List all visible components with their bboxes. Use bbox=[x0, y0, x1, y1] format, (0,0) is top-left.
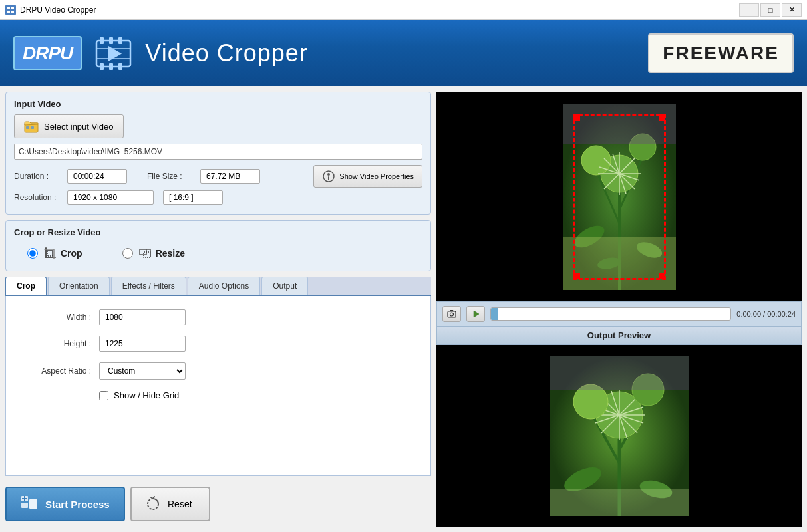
aspect-ratio-row: Aspect Ratio : Custom 16:9 4:3 1:1 9:16 bbox=[19, 362, 417, 380]
svg-rect-48 bbox=[563, 104, 676, 144]
video-info-row-2: Resolution : 1920 x 1080 [ 16:9 ] bbox=[14, 190, 422, 205]
camera-icon bbox=[447, 309, 456, 319]
crop-icon bbox=[43, 247, 57, 260]
svg-rect-1 bbox=[11, 7, 14, 9]
svg-point-18 bbox=[327, 173, 330, 176]
app-title: Video Cropper bbox=[145, 39, 635, 67]
resize-option[interactable]: Resize bbox=[122, 247, 185, 260]
input-video-title: Input Video bbox=[14, 99, 422, 109]
close-button[interactable]: ✕ bbox=[782, 3, 802, 17]
tab-effects[interactable]: Effects / Filters bbox=[111, 277, 186, 295]
app-icon bbox=[5, 5, 16, 15]
show-hide-grid-checkbox[interactable] bbox=[99, 391, 108, 400]
svg-rect-76 bbox=[550, 356, 689, 390]
start-process-button[interactable]: Start Process bbox=[5, 487, 125, 521]
maximize-button[interactable]: □ bbox=[760, 3, 780, 17]
reset-label: Reset bbox=[168, 499, 192, 509]
titlebar: DRPU Video Cropper — □ ✕ bbox=[0, 0, 807, 20]
aspect-ratio-label: Aspect Ratio : bbox=[19, 366, 99, 376]
resize-radio[interactable] bbox=[122, 248, 133, 259]
height-label: Height : bbox=[19, 339, 99, 348]
tab-orientation[interactable]: Orientation bbox=[48, 277, 110, 295]
svg-rect-24 bbox=[21, 503, 28, 508]
resize-icon bbox=[138, 247, 152, 260]
svg-point-51 bbox=[450, 313, 454, 316]
app-header: DRPU Video Cropper FREEWARE bbox=[0, 20, 807, 86]
minimize-button[interactable]: — bbox=[739, 3, 759, 17]
video-frame bbox=[563, 104, 676, 290]
video-frame-inner bbox=[563, 104, 676, 290]
bottom-buttons: Start Process Reset bbox=[5, 481, 431, 527]
height-input[interactable] bbox=[99, 336, 186, 352]
freeware-badge: FREEWARE bbox=[648, 33, 794, 73]
aspect-ratio-select[interactable]: Custom 16:9 4:3 1:1 9:16 bbox=[99, 362, 186, 380]
resize-label: Resize bbox=[138, 247, 185, 260]
filesize-value: 67.72 MB bbox=[200, 169, 260, 184]
play-button[interactable] bbox=[466, 306, 485, 322]
reset-button[interactable]: Reset bbox=[130, 487, 210, 521]
svg-rect-0 bbox=[7, 7, 10, 9]
time-display: 0:00:00 / 00:00:24 bbox=[736, 310, 796, 318]
width-input[interactable] bbox=[99, 309, 186, 325]
svg-rect-3 bbox=[11, 11, 14, 13]
width-label: Width : bbox=[19, 313, 99, 322]
width-row: Width : bbox=[19, 309, 417, 325]
show-hide-grid-label: Show / Hide Grid bbox=[114, 390, 179, 400]
svg-rect-21 bbox=[140, 249, 146, 255]
svg-rect-20 bbox=[47, 251, 53, 256]
resolution-value: 1920 x 1080 bbox=[67, 190, 154, 205]
select-video-button[interactable]: Select input Video bbox=[14, 114, 124, 138]
folder-icon bbox=[24, 119, 39, 134]
svg-rect-10 bbox=[118, 63, 122, 70]
right-panel: 0:00:00 / 00:00:24 Output Preview bbox=[436, 92, 802, 527]
main-content: Input Video Select input Video Duration … bbox=[0, 86, 807, 532]
tabs-header: Crop Orientation Effects / Filters Audio… bbox=[5, 277, 431, 296]
properties-icon bbox=[322, 170, 335, 183]
progress-bar[interactable] bbox=[490, 307, 731, 321]
resolution-label: Resolution : bbox=[14, 193, 61, 202]
show-properties-button[interactable]: Show Video Properties bbox=[313, 165, 422, 188]
tab-crop[interactable]: Crop bbox=[5, 277, 47, 295]
svg-rect-6 bbox=[109, 37, 113, 44]
crop-option[interactable]: Crop bbox=[27, 247, 82, 260]
svg-rect-9 bbox=[109, 63, 113, 70]
play-icon bbox=[471, 309, 480, 319]
video-preview-top bbox=[436, 92, 802, 301]
start-process-label: Start Process bbox=[45, 499, 110, 510]
crop-resize-section: Crop or Resize Video Crop bbox=[5, 220, 431, 271]
svg-marker-52 bbox=[474, 311, 479, 317]
snapshot-button[interactable] bbox=[442, 306, 461, 322]
duration-label: Duration : bbox=[14, 172, 61, 181]
start-process-icon bbox=[20, 495, 39, 513]
titlebar-left: DRPU Video Cropper bbox=[5, 5, 96, 15]
crop-resize-radio-group: Crop Resize bbox=[14, 243, 422, 264]
tab-content-crop: Width : Height : Aspect Ratio : Custom 1… bbox=[5, 296, 431, 476]
reset-icon bbox=[145, 496, 161, 512]
header-icon-area bbox=[95, 35, 132, 72]
video-info-row-1: Duration : 00:00:24 File Size : 67.72 MB… bbox=[14, 165, 422, 188]
crop-radio[interactable] bbox=[27, 248, 38, 259]
progress-fill bbox=[491, 308, 498, 320]
drpu-logo: DRPU bbox=[13, 36, 82, 70]
svg-rect-50 bbox=[448, 311, 456, 317]
titlebar-controls: — □ ✕ bbox=[739, 3, 802, 17]
svg-rect-25 bbox=[29, 499, 37, 509]
tabs-container: Crop Orientation Effects / Filters Audio… bbox=[5, 277, 431, 476]
svg-rect-19 bbox=[328, 176, 329, 180]
svg-rect-16 bbox=[31, 126, 34, 129]
crop-resize-title: Crop or Resize Video bbox=[14, 227, 422, 237]
plant-preview-svg bbox=[563, 104, 676, 290]
show-grid-row: Show / Hide Grid bbox=[99, 390, 417, 400]
tab-audio[interactable]: Audio Options bbox=[188, 277, 260, 295]
svg-rect-5 bbox=[100, 37, 104, 44]
film-icon bbox=[95, 35, 132, 72]
aspect-ratio-display: [ 16:9 ] bbox=[163, 190, 223, 205]
svg-rect-2 bbox=[7, 11, 10, 13]
show-props-label: Show Video Properties bbox=[339, 172, 414, 181]
tab-output[interactable]: Output bbox=[261, 277, 308, 295]
titlebar-title: DRPU Video Cropper bbox=[20, 5, 96, 15]
crop-label: Crop bbox=[43, 247, 82, 260]
output-preview-svg bbox=[550, 356, 689, 516]
filepath-input[interactable] bbox=[14, 144, 422, 160]
output-preview-area bbox=[436, 345, 802, 527]
